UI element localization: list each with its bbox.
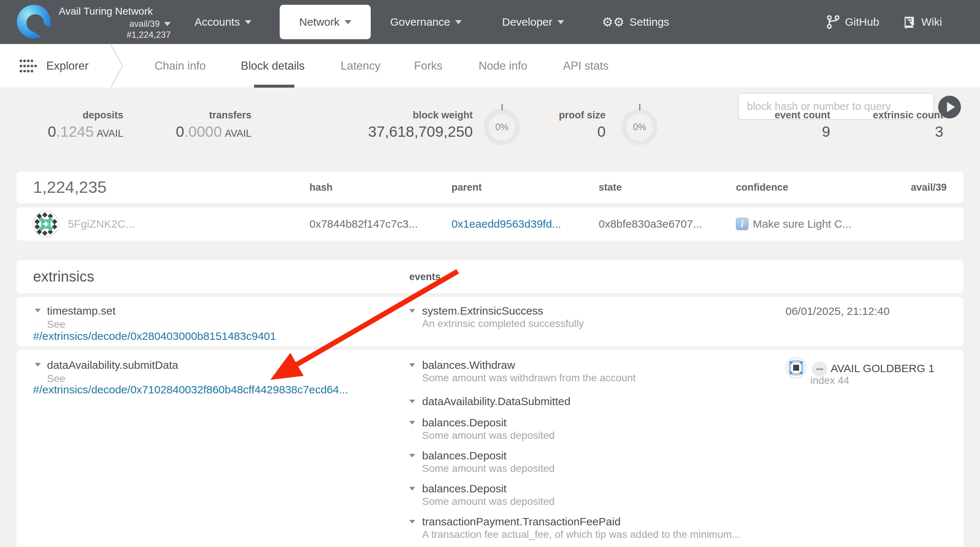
apps-grid-icon: [18, 58, 38, 74]
chevron-down-icon: [245, 20, 251, 24]
code-fork-icon: [827, 15, 840, 29]
expand-caret-icon[interactable]: [409, 421, 415, 425]
section-divider: [110, 44, 126, 88]
settings-button[interactable]: ⚙⚙ Settings: [602, 0, 669, 44]
event-item: balances.Withdraw Some amount was withdr…: [422, 358, 775, 384]
chevron-down-icon: [164, 22, 171, 26]
tab-label: API stats: [563, 59, 609, 73]
expand-caret-icon[interactable]: [409, 487, 415, 490]
gauge-percent: 0%: [633, 122, 646, 132]
block-timestamp: 06/01/2025, 21:12:40: [786, 305, 890, 317]
column-header-confidence: confidence: [736, 182, 788, 193]
summary-transfers: transfers 0.0000AVAIL: [176, 109, 251, 143]
event-item: dataAvailability.DataSubmitted: [422, 395, 775, 408]
nav-item-network[interactable]: Network: [280, 5, 371, 39]
chain-spec: avail/39: [129, 19, 160, 29]
nav-item-developer[interactable]: Developer: [502, 0, 564, 44]
expand-caret-icon[interactable]: [409, 400, 415, 403]
chain-selector[interactable]: Avail Turing Network avail/39 #1,224,237: [59, 5, 171, 40]
best-block-number: #1,224,237: [127, 30, 171, 40]
nav-label: Accounts: [194, 16, 240, 28]
summary-value: 9: [775, 122, 830, 141]
block-weight-gauge: 0%: [484, 109, 520, 145]
event-description: Some amount was deposited: [422, 462, 775, 474]
event-item: balances.Deposit Some amount was deposit…: [422, 416, 775, 441]
tab-label: Node info: [479, 59, 527, 73]
summary-label: transfers: [176, 109, 251, 121]
confidence-cell: i Make sure Light C...: [736, 218, 851, 230]
parent-hash-link[interactable]: 0x1eaedd9563d39fd...: [452, 218, 561, 230]
wiki-label: Wiki: [921, 16, 942, 28]
column-header-parent: parent: [452, 182, 482, 193]
block-table-header: 1,224,235 hash parent state confidence a…: [16, 171, 964, 203]
nav-item-governance[interactable]: Governance: [390, 0, 462, 44]
expand-caret-icon[interactable]: [409, 363, 415, 367]
tab-label: Forks: [414, 59, 443, 73]
extrinsic-decode-link[interactable]: #/extrinsics/decode/0x7102840032f860b48c…: [33, 384, 348, 396]
summary-label: event count: [775, 109, 830, 121]
event-item: system.ExtrinsicSuccess An extrinsic com…: [422, 304, 775, 330]
event-item: transactionPayment.TransactionFeePaid A …: [422, 515, 775, 541]
chevron-down-icon: [558, 20, 564, 24]
events-column-header: events: [409, 271, 441, 283]
summary-label: deposits: [48, 109, 123, 121]
avail-logo-icon: [17, 5, 51, 38]
value-int: 0: [48, 123, 56, 140]
event-description: Some amount was deposited: [422, 429, 775, 441]
block-number: 1,224,235: [33, 178, 107, 197]
tab-label: Block details: [241, 59, 305, 73]
event-name: transactionPayment.TransactionFeePaid: [422, 515, 775, 528]
tab-chain-info[interactable]: Chain info: [154, 44, 206, 88]
nav-label: Developer: [502, 16, 552, 28]
tab-api-stats[interactable]: API stats: [563, 44, 609, 88]
proof-size-gauge: 0%: [621, 109, 658, 145]
summary-label: block weight: [368, 109, 473, 121]
signer-account[interactable]: AVAIL GOLDBERG 1 index 44: [786, 357, 958, 390]
expand-caret-icon[interactable]: [35, 363, 41, 366]
chevron-down-icon: [455, 20, 462, 24]
expand-caret-icon[interactable]: [35, 309, 41, 312]
tab-node-info[interactable]: Node info: [479, 44, 527, 88]
event-description: Some amount was deposited: [422, 495, 775, 507]
summary-label: proof size: [558, 109, 606, 121]
block-table-row: 5FgiZNK2C... 0x7844b82f147c7c3... 0x1eae…: [16, 208, 964, 241]
nav-label: Governance: [390, 16, 450, 28]
summary-proof-size: proof size 0: [558, 109, 606, 141]
extrinsic-method: dataAvailability.submitData: [47, 358, 178, 372]
summary-event-count: event count 9: [775, 109, 830, 141]
network-name: Avail Turing Network: [59, 5, 171, 17]
event-name: balances.Deposit: [422, 482, 775, 495]
app-selector-explorer[interactable]: Explorer: [18, 44, 89, 88]
expand-caret-icon[interactable]: [409, 454, 415, 458]
column-header-state: state: [599, 182, 622, 193]
gauge-percent: 0%: [495, 122, 508, 132]
extrinsics-section-header: extrinsics events: [16, 260, 964, 293]
tab-label: Chain info: [154, 59, 206, 73]
wiki-link[interactable]: Wiki: [903, 0, 942, 44]
page: Avail Turing Network avail/39 #1,224,237…: [0, 0, 980, 547]
events-column: system.ExtrinsicSuccess An extrinsic com…: [422, 304, 775, 337]
github-link[interactable]: GitHub: [827, 0, 879, 44]
expand-caret-icon[interactable]: [409, 520, 415, 523]
block-author-identicon: [32, 211, 59, 238]
events-column: balances.Withdraw Some amount was withdr…: [422, 358, 775, 547]
tab-strip: Explorer Chain info Block details Latenc…: [0, 44, 980, 88]
app-header: Avail Turing Network avail/39 #1,224,237…: [0, 0, 980, 44]
event-name: dataAvailability.DataSubmitted: [422, 395, 775, 408]
value-dec: .1245: [56, 123, 94, 140]
tab-label: Latency: [340, 59, 380, 73]
state-root-hash: 0x8bfe830a3e6707...: [599, 218, 702, 230]
event-item: balances.Deposit Some amount was deposit…: [422, 449, 775, 474]
expand-caret-icon[interactable]: [409, 309, 415, 313]
tab-forks[interactable]: Forks: [414, 44, 443, 88]
chevron-down-icon: [345, 20, 351, 24]
extrinsic-see-label: See: [47, 318, 116, 331]
tab-block-details[interactable]: Block details: [241, 44, 305, 88]
block-author-address[interactable]: 5FgiZNK2C...: [68, 218, 135, 230]
play-icon: [947, 102, 955, 112]
extrinsic-see-label: See: [47, 373, 178, 385]
tab-latency[interactable]: Latency: [340, 44, 380, 88]
extrinsic-decode-link[interactable]: #/extrinsics/decode/0x280403000b8151483c…: [33, 330, 276, 342]
app-label: Explorer: [46, 59, 89, 73]
nav-item-accounts[interactable]: Accounts: [194, 0, 251, 44]
